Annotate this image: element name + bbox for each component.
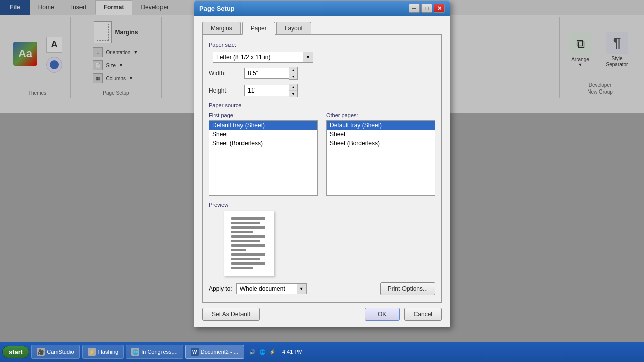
width-input-wrap: ▲ ▼ xyxy=(244,67,298,80)
paper-size-section-header: Paper size: xyxy=(209,42,435,48)
preview-box xyxy=(224,211,274,276)
dialog-maximize-btn[interactable]: □ xyxy=(421,4,432,13)
apply-to-row: Apply to: Whole document This section Th… xyxy=(209,283,307,294)
start-button[interactable]: start xyxy=(2,346,29,358)
tray-icon-3: ⚡ xyxy=(268,348,276,356)
preview-line-1 xyxy=(231,217,265,220)
width-spinner-down[interactable]: ▼ xyxy=(289,73,297,79)
flashing-icon: ⚡ xyxy=(88,348,96,356)
taskbar-tray: 🔊 🌐 ⚡ 4:41 PM xyxy=(246,348,309,356)
page-setup-dialog: Page Setup ─ □ ✕ Margins Paper Layout Pa… xyxy=(194,0,450,327)
dialog-buttons-right: OK Cancel xyxy=(365,308,442,321)
taskbar-item-camstudio[interactable]: 🎥 CamStudio xyxy=(31,345,79,359)
taskbar: start 🎥 CamStudio ⚡ Flashing 🌐 In Congre… xyxy=(0,342,644,362)
other-pages-listbox[interactable]: Default tray (Sheet) Sheet Sheet (Border… xyxy=(326,120,435,196)
dialog-title: Page Setup xyxy=(199,5,235,12)
paper-source-header: Paper source xyxy=(209,102,435,108)
height-input-wrap: ▲ ▼ xyxy=(244,84,298,97)
dialog-titlebar: Page Setup ─ □ ✕ xyxy=(194,1,450,16)
paper-source-columns: First page: Default tray (Sheet) Sheet S… xyxy=(209,112,435,196)
paper-source-section: Paper source First page: Default tray (S… xyxy=(209,102,435,196)
dialog-footer: Apply to: Whole document This section Th… xyxy=(209,282,435,295)
preview-label: Preview xyxy=(209,202,435,208)
first-page-item-1[interactable]: Sheet xyxy=(209,130,317,139)
browser-icon: 🌐 xyxy=(131,348,139,356)
dialog-tab-paper[interactable]: Paper xyxy=(242,22,275,35)
preview-line-7 xyxy=(231,244,265,247)
dialog-tab-margins[interactable]: Margins xyxy=(202,22,241,34)
camstudio-icon: 🎥 xyxy=(37,348,45,356)
dialog-button-row: Set As Default OK Cancel xyxy=(202,308,442,321)
dialog-title-buttons: ─ □ ✕ xyxy=(409,4,445,13)
dialog-tab-layout[interactable]: Layout xyxy=(276,22,311,34)
dialog-close-btn[interactable]: ✕ xyxy=(434,4,445,13)
preview-line-3 xyxy=(231,226,265,229)
other-pages-section: Other pages: Default tray (Sheet) Sheet … xyxy=(326,112,435,196)
word-label: Document2 - ... xyxy=(201,349,238,355)
paper-size-row: Letter (8 1/2 x 11 in) A4 Legal ▼ xyxy=(209,52,435,63)
preview-line-9 xyxy=(231,253,265,256)
width-spinner: ▲ ▼ xyxy=(289,67,298,80)
preview-line-10 xyxy=(231,258,260,260)
height-spinner-down[interactable]: ▼ xyxy=(289,90,297,97)
height-input[interactable] xyxy=(244,85,289,96)
preview-line-4 xyxy=(231,231,253,233)
taskbar-item-flashing[interactable]: ⚡ Flashing xyxy=(82,345,124,359)
dialog-tab-bar: Margins Paper Layout xyxy=(202,22,442,35)
set-as-default-button[interactable]: Set As Default xyxy=(202,308,260,321)
taskbar-item-browser[interactable]: 🌐 In Congress,... xyxy=(126,345,183,359)
flashing-label: Flashing xyxy=(98,349,119,355)
paper-size-dropdown-arrow[interactable]: ▼ xyxy=(303,52,313,63)
preview-line-8 xyxy=(231,249,246,251)
width-row: Width: ▲ ▼ xyxy=(209,67,435,80)
paper-size-select-wrap: Letter (8 1/2 x 11 in) A4 Legal ▼ xyxy=(213,52,313,63)
dialog-body: Margins Paper Layout Paper size: Letter … xyxy=(194,16,450,327)
height-spinner: ▲ ▼ xyxy=(289,84,298,97)
tray-icon-2: 🌐 xyxy=(258,348,266,356)
width-input[interactable] xyxy=(244,68,289,79)
first-page-listbox-wrap: Default tray (Sheet) Sheet Sheet (Border… xyxy=(209,120,318,196)
camstudio-label: CamStudio xyxy=(47,349,74,355)
height-row: Height: ▲ ▼ xyxy=(209,84,435,97)
paper-size-select[interactable]: Letter (8 1/2 x 11 in) A4 Legal xyxy=(213,52,313,63)
other-pages-item-2[interactable]: Sheet (Borderless) xyxy=(327,139,435,148)
preview-line-6 xyxy=(231,240,260,242)
first-page-item-0[interactable]: Default tray (Sheet) xyxy=(209,121,317,130)
preview-section: Preview xyxy=(209,202,435,276)
cancel-button[interactable]: Cancel xyxy=(404,308,442,321)
modal-overlay: Page Setup ─ □ ✕ Margins Paper Layout Pa… xyxy=(0,0,644,342)
other-pages-item-1[interactable]: Sheet xyxy=(327,130,435,139)
preview-lines xyxy=(224,211,274,276)
preview-line-12 xyxy=(231,267,253,269)
height-spinner-up[interactable]: ▲ xyxy=(289,84,297,90)
word-icon: W xyxy=(191,348,199,356)
other-pages-label: Other pages: xyxy=(326,112,435,118)
width-label: Width: xyxy=(209,70,244,77)
preview-line-5 xyxy=(231,235,265,238)
taskbar-item-word[interactable]: W Document2 - ... xyxy=(185,345,244,359)
apply-to-dropdown-arrow[interactable]: ▼ xyxy=(297,283,307,294)
apply-to-select-wrap: Whole document This section This point f… xyxy=(236,283,307,294)
height-label: Height: xyxy=(209,87,244,94)
first-page-listbox[interactable]: Default tray (Sheet) Sheet Sheet (Border… xyxy=(209,120,318,196)
other-pages-item-0[interactable]: Default tray (Sheet) xyxy=(327,121,435,130)
taskbar-clock: 4:41 PM xyxy=(278,348,307,356)
first-page-item-2[interactable]: Sheet (Borderless) xyxy=(209,139,317,148)
apply-to-select[interactable]: Whole document This section This point f… xyxy=(236,283,307,294)
dialog-minimize-btn[interactable]: ─ xyxy=(409,4,420,13)
preview-line-11 xyxy=(231,262,265,265)
browser-label: In Congress,... xyxy=(141,349,178,355)
dialog-tab-content: Paper size: Letter (8 1/2 x 11 in) A4 Le… xyxy=(202,35,442,303)
other-pages-listbox-wrap: Default tray (Sheet) Sheet Sheet (Border… xyxy=(326,120,435,196)
preview-line-2 xyxy=(231,222,260,224)
first-page-section: First page: Default tray (Sheet) Sheet S… xyxy=(209,112,318,196)
ok-button[interactable]: OK xyxy=(365,308,400,321)
width-spinner-up[interactable]: ▲ xyxy=(289,67,297,73)
first-page-label: First page: xyxy=(209,112,318,118)
apply-to-label: Apply to: xyxy=(209,285,232,292)
tray-icon-1: 🔊 xyxy=(248,348,256,356)
print-options-button[interactable]: Print Options... xyxy=(380,282,435,295)
